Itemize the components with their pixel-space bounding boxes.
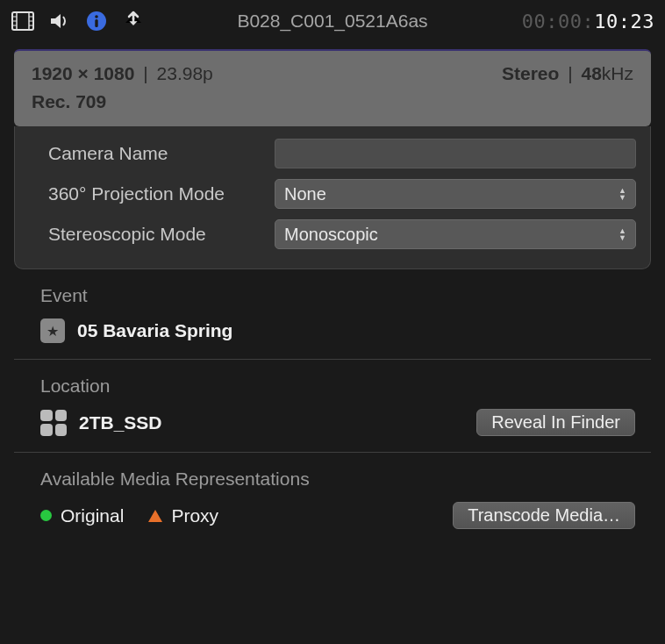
info-tab-icon[interactable] bbox=[84, 9, 109, 33]
proxy-rep: Proxy bbox=[148, 505, 218, 526]
location-title: Location bbox=[40, 376, 665, 397]
stereoscopic-mode-value: Monoscopic bbox=[284, 225, 378, 245]
color-space-value: Rec. 709 bbox=[32, 91, 106, 111]
location-item: 2TB_SSD bbox=[40, 410, 162, 436]
star-icon: ★ bbox=[40, 318, 65, 343]
projection-mode-value: None bbox=[284, 184, 326, 204]
media-reps-title: Available Media Representations bbox=[40, 469, 665, 490]
drive-icon bbox=[40, 410, 67, 436]
info-row-colorspace: Rec. 709 bbox=[32, 88, 633, 116]
chevron-updown-icon: ▲▼ bbox=[619, 188, 626, 201]
stereoscopic-mode-select[interactable]: Monoscopic ▲▼ bbox=[275, 219, 636, 249]
timecode-display: 00:00:10:23 bbox=[522, 11, 654, 32]
toolbar-tab-icons bbox=[11, 9, 146, 33]
chevron-updown-icon: ▲▼ bbox=[619, 228, 626, 241]
clip-info-strip: 1920 × 1080 | 23.98p Stereo | 48kHz Rec.… bbox=[14, 49, 651, 126]
event-section: Event ★ 05 Bavaria Spring bbox=[0, 269, 665, 359]
proxy-label: Proxy bbox=[171, 505, 218, 526]
audio-tab-icon[interactable] bbox=[47, 9, 72, 33]
info-row-format: 1920 × 1080 | 23.98p Stereo | 48kHz bbox=[32, 60, 633, 88]
projection-mode-row: 360° Projection Mode None ▲▼ bbox=[29, 174, 636, 214]
reveal-in-finder-button[interactable]: Reveal In Finder bbox=[476, 409, 635, 436]
svg-point-10 bbox=[95, 15, 98, 18]
audio-channels-value: Stereo bbox=[502, 63, 559, 83]
stereoscopic-mode-label: Stereoscopic Mode bbox=[29, 224, 275, 245]
media-representations-section: Available Media Representations Original… bbox=[0, 453, 665, 545]
camera-name-input[interactable] bbox=[275, 139, 636, 168]
media-reps-list: Original Proxy bbox=[40, 505, 218, 526]
properties-panel: Camera Name 360° Projection Mode None ▲▼… bbox=[14, 126, 651, 269]
event-item: ★ 05 Bavaria Spring bbox=[40, 318, 665, 343]
event-name: 05 Bavaria Spring bbox=[77, 320, 232, 341]
timecode-seconds: 10:23 bbox=[594, 11, 654, 32]
share-tab-icon[interactable] bbox=[121, 9, 146, 33]
original-rep: Original bbox=[40, 505, 124, 526]
audio-rate-value: 48 bbox=[581, 63, 601, 83]
video-tab-icon[interactable] bbox=[11, 9, 35, 33]
status-warning-triangle-icon bbox=[148, 510, 162, 522]
stereoscopic-mode-row: Stereoscopic Mode Monoscopic ▲▼ bbox=[29, 214, 636, 254]
event-title: Event bbox=[40, 285, 665, 306]
audio-rate-unit: kHz bbox=[602, 63, 633, 83]
inspector-toolbar: B028_C001_0521A6as 00:00:10:23 bbox=[0, 0, 665, 42]
transcode-media-button[interactable]: Transcode Media… bbox=[453, 502, 635, 529]
timecode-hours: 00:00: bbox=[522, 11, 594, 32]
frame-rate-value: 23.98p bbox=[157, 63, 213, 83]
resolution-value: 1920 × 1080 bbox=[32, 63, 134, 83]
camera-name-label: Camera Name bbox=[29, 143, 275, 164]
svg-rect-11 bbox=[95, 19, 97, 27]
location-name: 2TB_SSD bbox=[79, 412, 162, 433]
clip-name: B028_C001_0521A6as bbox=[237, 11, 427, 32]
camera-name-row: Camera Name bbox=[29, 133, 636, 174]
projection-mode-select[interactable]: None ▲▼ bbox=[275, 179, 636, 209]
original-label: Original bbox=[61, 505, 124, 526]
status-green-dot-icon bbox=[40, 510, 52, 521]
location-section: Location 2TB_SSD Reveal In Finder bbox=[0, 360, 665, 452]
projection-mode-label: 360° Projection Mode bbox=[29, 183, 275, 204]
